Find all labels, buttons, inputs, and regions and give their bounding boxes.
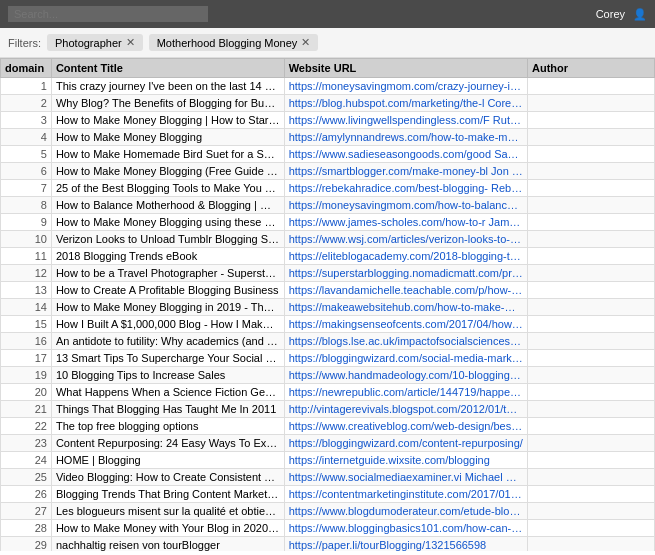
cell-domain: 19 bbox=[1, 367, 52, 384]
search-input[interactable] bbox=[8, 6, 208, 22]
cell-url[interactable]: https://newrepublic.com/article/144719/h… bbox=[284, 384, 527, 401]
col-header-title[interactable]: Content Title bbox=[51, 59, 284, 78]
cell-url[interactable]: https://eliteblogacademy.com/2018-bloggi… bbox=[284, 248, 527, 265]
tag-photographer-label: Photographer bbox=[55, 37, 122, 49]
table-row[interactable]: 24HOME | Blogginghttps://internetguide.w… bbox=[1, 452, 655, 469]
cell-url[interactable]: https://internetguide.wixsite.com/bloggi… bbox=[284, 452, 527, 469]
cell-url[interactable]: https://www.blogdumoderateur.com/etude-b… bbox=[284, 503, 527, 520]
cell-title: How to Make Money Blogging using these F… bbox=[51, 214, 284, 231]
cell-title: Video Blogging: How to Create Consistent… bbox=[51, 469, 284, 486]
table-row[interactable]: 6How to Make Money Blogging (Free Guide … bbox=[1, 163, 655, 180]
cell-title: This crazy journey I've been on the last… bbox=[51, 78, 284, 95]
cell-title: 25 of the Best Blogging Tools to Make Yo… bbox=[51, 180, 284, 197]
cell-url[interactable]: https://www.handmadeology.com/10-bloggin… bbox=[284, 367, 527, 384]
table-row[interactable]: 1This crazy journey I've been on the las… bbox=[1, 78, 655, 95]
cell-url[interactable]: https://bloggingwizard.com/content-repur… bbox=[284, 435, 527, 452]
table-row[interactable]: 1713 Smart Tips To Supercharge Your Soci… bbox=[1, 350, 655, 367]
table-row[interactable]: 725 of the Best Blogging Tools to Make Y… bbox=[1, 180, 655, 197]
cell-url[interactable]: https://www.sadieseasongoods.com/good Sa… bbox=[284, 146, 527, 163]
cell-author bbox=[528, 367, 655, 384]
cell-url[interactable]: https://contentmarketinginstitute.com/20… bbox=[284, 486, 527, 503]
cell-url[interactable]: https://makingsenseofcents.com/2017/04/h… bbox=[284, 316, 527, 333]
table-row[interactable]: 27Les blogueurs misent sur la qualité et… bbox=[1, 503, 655, 520]
cell-author bbox=[528, 231, 655, 248]
table-row[interactable]: 16An antidote to futility: Why academics… bbox=[1, 333, 655, 350]
table-row[interactable]: 4How to Make Money Blogginghttps://amyly… bbox=[1, 129, 655, 146]
cell-author bbox=[528, 350, 655, 367]
table-row[interactable]: 29nachhaltig reisen von tourBloggerhttps… bbox=[1, 537, 655, 552]
tag-motherhood[interactable]: Motherhood Blogging Money ✕ bbox=[149, 34, 319, 51]
cell-title: nachhaltig reisen von tourBlogger bbox=[51, 537, 284, 552]
table-row[interactable]: 20What Happens When a Science Fiction Ge… bbox=[1, 384, 655, 401]
cell-author bbox=[528, 401, 655, 418]
table-row[interactable]: 9How to Make Money Blogging using these … bbox=[1, 214, 655, 231]
cell-url[interactable]: https://www.creativeblog.com/web-design/… bbox=[284, 418, 527, 435]
filter-label: Filters: bbox=[8, 37, 41, 49]
cell-url[interactable]: https://moneysavingmom.com/crazy-journey… bbox=[284, 78, 527, 95]
cell-author bbox=[528, 180, 655, 197]
tag-motherhood-remove[interactable]: ✕ bbox=[301, 36, 310, 49]
cell-url[interactable]: https://rebekahradice.com/best-blogging-… bbox=[284, 180, 527, 197]
cell-author bbox=[528, 452, 655, 469]
table-row[interactable]: 22The top free blogging optionshttps://w… bbox=[1, 418, 655, 435]
cell-domain: 23 bbox=[1, 435, 52, 452]
table-row[interactable]: 26Blogging Trends That Bring Content Mar… bbox=[1, 486, 655, 503]
col-header-url[interactable]: Website URL bbox=[284, 59, 527, 78]
table-row[interactable]: 8How to Balance Motherhood & Blogging | … bbox=[1, 197, 655, 214]
table-row[interactable]: 14How to Make Money Blogging in 2019 - T… bbox=[1, 299, 655, 316]
cell-title: An antidote to futility: Why academics (… bbox=[51, 333, 284, 350]
cell-title: Content Repurposing: 24 Easy Ways To Ext… bbox=[51, 435, 284, 452]
cell-title: Why Blog? The Benefits of Blogging for B… bbox=[51, 95, 284, 112]
cell-url[interactable]: https://www.socialmediaexaminer.vi Micha… bbox=[284, 469, 527, 486]
table-row[interactable]: 112018 Blogging Trends eBookhttps://elit… bbox=[1, 248, 655, 265]
table-row[interactable]: 23Content Repurposing: 24 Easy Ways To E… bbox=[1, 435, 655, 452]
cell-domain: 29 bbox=[1, 537, 52, 552]
cell-title: How to Make Homemade Bird Suet for a Sue… bbox=[51, 146, 284, 163]
cell-url[interactable]: https://blog.hubspot.com/marketing/the-l… bbox=[284, 95, 527, 112]
cell-url[interactable]: https://www.james-scholes.com/how-to-r J… bbox=[284, 214, 527, 231]
cell-domain: 4 bbox=[1, 129, 52, 146]
cell-domain: 1 bbox=[1, 78, 52, 95]
table-row[interactable]: 2Why Blog? The Benefits of Blogging for … bbox=[1, 95, 655, 112]
cell-url[interactable]: https://smartblogger.com/make-money-bl J… bbox=[284, 163, 527, 180]
cell-title: How to Balance Motherhood & Blogging | M… bbox=[51, 197, 284, 214]
table-row[interactable]: 21Things That Blogging Has Taught Me In … bbox=[1, 401, 655, 418]
cell-author bbox=[528, 248, 655, 265]
cell-url[interactable]: https://www.wsj.com/articles/verizon-loo… bbox=[284, 231, 527, 248]
cell-url[interactable]: https://www.bloggingbasics101.com/how-ca… bbox=[284, 520, 527, 537]
table-row[interactable]: 5How to Make Homemade Bird Suet for a Su… bbox=[1, 146, 655, 163]
cell-url[interactable]: https://makeawebsitehub.com/how-to-make-… bbox=[284, 299, 527, 316]
table-row[interactable]: 1910 Blogging Tips to Increase Saleshttp… bbox=[1, 367, 655, 384]
table-row[interactable]: 13How to Create A Profitable Blogging Bu… bbox=[1, 282, 655, 299]
cell-url[interactable]: https://bloggingwizard.com/social-media-… bbox=[284, 350, 527, 367]
table-row[interactable]: 28How to Make Money with Your Blog in 20… bbox=[1, 520, 655, 537]
cell-author bbox=[528, 112, 655, 129]
cell-author bbox=[528, 537, 655, 552]
cell-url[interactable]: https://blogs.lse.ac.uk/impactofsocialsc… bbox=[284, 333, 527, 350]
col-header-author[interactable]: Author bbox=[528, 59, 655, 78]
tag-photographer[interactable]: Photographer ✕ bbox=[47, 34, 143, 51]
cell-url[interactable]: https://paper.li/tourBlogging/1321566598 bbox=[284, 537, 527, 552]
cell-title: The top free blogging options bbox=[51, 418, 284, 435]
cell-url[interactable]: https://amylynnandrews.com/how-to-make-m… bbox=[284, 129, 527, 146]
cell-url[interactable]: https://lavandamichelle.teachable.com/p/… bbox=[284, 282, 527, 299]
cell-author bbox=[528, 333, 655, 350]
cell-url[interactable]: https://www.livingwellspendingless.com/F… bbox=[284, 112, 527, 129]
table-row[interactable]: 15How I Built A $1,000,000 Blog - How I … bbox=[1, 316, 655, 333]
table-row[interactable]: 25Video Blogging: How to Create Consiste… bbox=[1, 469, 655, 486]
cell-url[interactable]: https://superstarblogging.nomadicmatt.co… bbox=[284, 265, 527, 282]
col-header-domain[interactable]: domain bbox=[1, 59, 52, 78]
cell-url[interactable]: http://vintagerevivals.blogspot.com/2012… bbox=[284, 401, 527, 418]
table-row[interactable]: 12How to be a Travel Photographer - Supe… bbox=[1, 265, 655, 282]
tag-photographer-remove[interactable]: ✕ bbox=[126, 36, 135, 49]
cell-domain: 12 bbox=[1, 265, 52, 282]
cell-url[interactable]: https://moneysavingmom.com/how-to-balanc… bbox=[284, 197, 527, 214]
cell-domain: 27 bbox=[1, 503, 52, 520]
cell-domain: 24 bbox=[1, 452, 52, 469]
cell-domain: 17 bbox=[1, 350, 52, 367]
cell-title: HOME | Blogging bbox=[51, 452, 284, 469]
table-row[interactable]: 10Verizon Looks to Unload Tumblr Bloggin… bbox=[1, 231, 655, 248]
cell-domain: 20 bbox=[1, 384, 52, 401]
cell-title: How to Make Money Blogging (Free Guide f… bbox=[51, 163, 284, 180]
table-row[interactable]: 3How to Make Money Blogging | How to Sta… bbox=[1, 112, 655, 129]
